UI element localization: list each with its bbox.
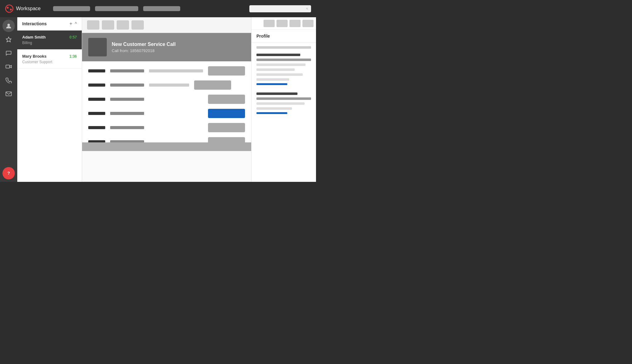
profile-tab-1[interactable] [264,20,275,27]
call-banner: New Customer Service Call Call from: 185… [82,33,251,61]
profile-header: Profile [252,30,316,43]
table-row [88,123,245,132]
search-bar[interactable] [249,5,311,12]
profile-tab-3[interactable] [289,20,301,27]
profile-panel: Profile [251,17,316,182]
call-subtitle: Call from: 18560792018 [112,48,176,53]
table-row [88,95,245,104]
profile-content [252,43,316,120]
nav-pill-2[interactable] [95,6,138,11]
profile-line [256,54,300,56]
table-action-btn[interactable] [194,80,231,90]
table-row [88,66,245,76]
svg-rect-8 [6,92,11,96]
sidebar-item-phone[interactable] [2,74,15,86]
content-tabs [82,17,251,33]
call-avatar [88,38,107,56]
svg-point-5 [7,24,10,26]
bottom-content [82,151,251,182]
app-title: Workspace [16,6,41,11]
profile-link-blue-2[interactable] [256,112,287,114]
logo-icon [5,4,14,13]
profile-line [256,107,292,110]
table-action-btn[interactable] [208,137,245,142]
table-cell-col1 [88,84,105,87]
table-cell-col2 [110,126,144,129]
interactions-controls: + ^ [69,21,77,27]
tab-3[interactable] [117,20,129,30]
interaction-category-mary-brooks: Customer Support [22,60,77,64]
search-input[interactable] [252,6,304,11]
svg-line-4 [307,9,308,10]
nav-pill-3[interactable] [143,6,180,11]
interaction-item-adam-smith-header: Adam Smith 0:57 [22,35,77,39]
profile-line [256,102,305,105]
add-interaction-button[interactable]: + [69,21,72,27]
profile-line [256,68,295,71]
tab-1[interactable] [87,20,99,30]
table-cell-col2 [110,140,144,142]
interaction-time-mary-brooks: 1:36 [69,54,77,59]
profile-title: Profile [256,34,270,39]
sidebar-item-favorites[interactable] [2,33,15,46]
svg-point-2 [10,9,12,10]
interaction-item-mary-brooks-header: Mary Brooks 1:36 [22,54,77,59]
tab-2[interactable] [102,20,114,30]
svg-point-0 [6,5,13,12]
interactions-header: Interactions + ^ [17,17,82,31]
nav-pill-1[interactable] [53,6,90,11]
table-action-btn[interactable] [208,95,245,104]
profile-tab-4[interactable] [302,20,314,27]
profile-line [256,63,306,66]
main-content: New Customer Service Call Call from: 185… [82,17,251,182]
table-cell-col1 [88,98,105,101]
profile-line [256,78,289,81]
table-action-btn-blue[interactable] [208,109,245,118]
call-title: New Customer Service Call [112,42,176,47]
profile-tab-2[interactable] [276,20,288,27]
top-nav: Workspace [0,0,316,17]
profile-line [256,92,297,95]
table-cell-col1 [88,112,105,115]
table-cell-col3-short [149,84,189,87]
profile-line [256,97,311,100]
interaction-time-adam-smith: 0:57 [69,35,77,39]
svg-rect-7 [6,65,10,68]
table-row [88,80,245,90]
search-icon [306,6,308,11]
table-row [88,137,245,142]
profile-line [256,59,311,61]
sidebar-item-help[interactable]: ? [2,167,15,179]
interaction-item-mary-brooks[interactable]: Mary Brooks 1:36 Customer Support [17,50,82,69]
collapse-interactions-button[interactable]: ^ [75,21,77,26]
nav-pills [53,6,249,11]
profile-name-bar [256,46,311,49]
table-cell-col1 [88,140,105,142]
table-cell-col2 [110,69,144,72]
svg-marker-6 [6,37,11,42]
profile-top-icons [252,17,316,30]
table-cell-col3 [149,69,203,72]
data-table-area [82,61,251,142]
interactions-title: Interactions [22,21,47,26]
bottom-section [82,142,251,182]
interaction-name-adam-smith: Adam Smith [22,35,46,39]
interaction-category-adam-smith: Billing [22,41,77,45]
tab-4[interactable] [131,20,144,30]
interaction-item-adam-smith[interactable]: Adam Smith 0:57 Billing [17,31,82,50]
table-action-btn[interactable] [208,66,245,76]
table-cell-col1 [88,69,105,72]
bottom-bar [82,142,251,151]
call-info: New Customer Service Call Call from: 185… [112,42,176,53]
interaction-name-mary-brooks: Mary Brooks [22,54,47,59]
sidebar-item-user[interactable] [2,20,15,32]
table-cell-col1 [88,126,105,129]
table-action-btn[interactable] [208,123,245,132]
sidebar-item-mail[interactable] [2,88,15,100]
profile-section-gap [256,88,311,92]
profile-line [256,73,303,76]
sidebar-item-video[interactable] [2,60,15,73]
profile-link-blue[interactable] [256,83,287,85]
sidebar-item-chat[interactable] [2,47,15,59]
interactions-panel: Interactions + ^ Adam Smith 0:57 Billing… [17,17,82,182]
